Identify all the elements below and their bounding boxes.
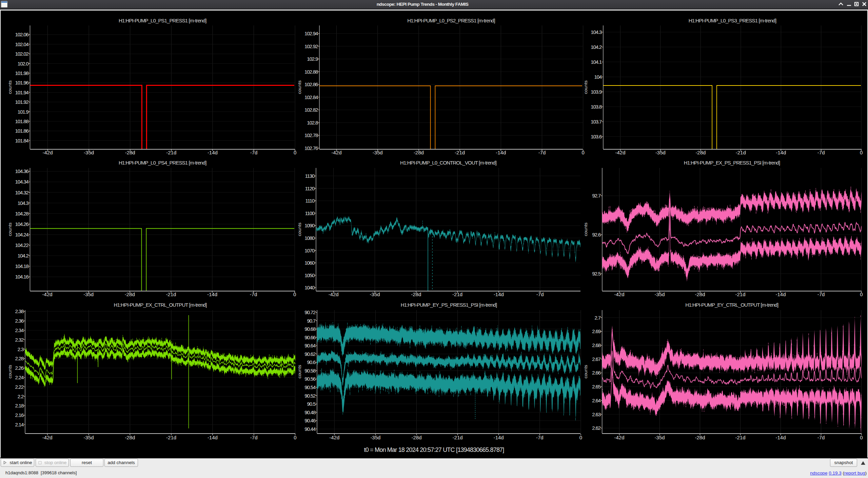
svg-text:1130: 1130 (305, 173, 315, 179)
svg-text:2.32: 2.32 (15, 337, 24, 343)
svg-text:-42d: -42d (614, 435, 624, 440)
svg-text:104.1: 104.1 (591, 59, 602, 65)
svg-text:2.38: 2.38 (15, 308, 24, 314)
svg-text:1050: 1050 (304, 272, 315, 278)
svg-text:90.62: 90.62 (304, 351, 316, 357)
svg-text:counts: counts (583, 223, 588, 236)
svg-text:2.26: 2.26 (15, 365, 24, 371)
svg-text:-7d: -7d (817, 435, 825, 440)
svg-text:103.7: 103.7 (591, 119, 602, 125)
svg-text:103.9: 103.9 (591, 89, 602, 95)
svg-text:102.02: 102.02 (15, 51, 29, 57)
svg-text:2.2: 2.2 (18, 394, 24, 399)
svg-text:0: 0 (579, 435, 582, 440)
svg-text:101.9: 101.9 (18, 109, 29, 115)
svg-text:-7d: -7d (250, 435, 258, 440)
svg-text:1120: 1120 (305, 186, 315, 191)
svg-text:2.16: 2.16 (15, 412, 24, 418)
svg-text:counts: counts (297, 223, 302, 236)
svg-text:2.34: 2.34 (15, 327, 24, 333)
svg-text:2.7: 2.7 (594, 315, 600, 321)
svg-text:92.6: 92.6 (592, 232, 601, 237)
svg-text:101.98: 101.98 (15, 70, 29, 76)
svg-text:counts: counts (7, 223, 13, 236)
svg-text:-28d: -28d (411, 435, 421, 440)
svg-text:104.32: 104.32 (15, 190, 29, 195)
svg-text:counts: counts (7, 365, 13, 378)
svg-text:-42d: -42d (42, 435, 53, 440)
svg-text:102.88: 102.88 (304, 69, 318, 75)
svg-text:103.8: 103.8 (591, 104, 602, 110)
svg-text:90.66: 90.66 (304, 334, 316, 340)
svg-text:104.28: 104.28 (15, 211, 29, 216)
svg-text:H1:HPI-PUMP_L0_PS3_PRESS1 [m-t: H1:HPI-PUMP_L0_PS3_PRESS1 [m-trend] (689, 18, 776, 23)
svg-text:102.94: 102.94 (304, 31, 318, 36)
svg-text:2.68: 2.68 (592, 342, 601, 348)
svg-text:90.68: 90.68 (304, 326, 316, 332)
svg-text:104.16: 104.16 (15, 274, 29, 280)
svg-text:102.76: 102.76 (304, 145, 318, 151)
svg-text:-42d: -42d (329, 435, 339, 440)
svg-text:102.0: 102.0 (18, 61, 29, 66)
svg-text:102.92: 102.92 (304, 43, 318, 49)
svg-text:101.92: 101.92 (15, 99, 29, 105)
svg-text:90.52: 90.52 (304, 393, 316, 399)
svg-text:104.2: 104.2 (18, 253, 29, 259)
svg-text:2.62: 2.62 (592, 425, 601, 431)
svg-text:-35d: -35d (370, 435, 380, 440)
svg-text:H1:HPI-PUMP_EY_PS_PRESS1_PSI [: H1:HPI-PUMP_EY_PS_PRESS1_PSI [m-trend] (401, 302, 497, 308)
svg-text:2.69: 2.69 (592, 328, 601, 334)
svg-text:1040: 1040 (304, 285, 315, 290)
svg-text:1100: 1100 (305, 210, 315, 216)
svg-text:90.64: 90.64 (304, 343, 316, 348)
svg-text:counts: counts (583, 80, 588, 94)
svg-text:2.66: 2.66 (592, 370, 601, 376)
svg-text:1110: 1110 (305, 198, 315, 204)
svg-text:H1:HPI-PUMP_L0_PS4_PRESS1 [m-t: H1:HPI-PUMP_L0_PS4_PRESS1 [m-trend] (119, 160, 206, 166)
svg-text:2.24: 2.24 (15, 375, 24, 380)
svg-text:-14d: -14d (775, 435, 786, 440)
svg-text:-35d: -35d (83, 435, 94, 440)
svg-text:-14d: -14d (494, 435, 504, 440)
svg-text:2.67: 2.67 (592, 356, 601, 362)
svg-text:H1:HPI-PUMP_L0_PS2_PRESS1 [m-t: H1:HPI-PUMP_L0_PS2_PRESS1 [m-trend] (407, 18, 495, 23)
svg-text:101.96: 101.96 (15, 80, 29, 85)
svg-text:-14d: -14d (208, 435, 218, 440)
svg-text:102.06: 102.06 (15, 32, 29, 37)
svg-text:104.22: 104.22 (15, 242, 29, 248)
svg-text:counts: counts (583, 365, 588, 378)
svg-text:102.78: 102.78 (304, 132, 318, 138)
svg-text:104.24: 104.24 (15, 232, 29, 237)
svg-text:-21d: -21d (166, 435, 176, 440)
svg-text:-21d: -21d (453, 435, 463, 440)
svg-text:90.6: 90.6 (307, 359, 316, 365)
svg-text:102.86: 102.86 (304, 81, 318, 87)
svg-text:90.5: 90.5 (307, 401, 316, 407)
svg-text:104.34: 104.34 (15, 179, 29, 185)
svg-text:2.36: 2.36 (15, 318, 24, 324)
svg-text:104.36: 104.36 (15, 168, 29, 174)
svg-text:1090: 1090 (304, 223, 315, 228)
svg-text:92.7: 92.7 (592, 193, 601, 198)
svg-text:101.84: 101.84 (15, 138, 29, 144)
svg-text:H1:HPI-PUMP_EX_PS_PRESS1_PSI [: H1:HPI-PUMP_EX_PS_PRESS1_PSI [m-trend] (684, 160, 780, 166)
svg-text:1070: 1070 (304, 248, 315, 253)
svg-text:102.8: 102.8 (307, 120, 318, 126)
svg-text:90.72: 90.72 (304, 309, 316, 315)
svg-text:2.63: 2.63 (592, 412, 601, 417)
svg-text:1060: 1060 (304, 260, 315, 266)
svg-text:102.9: 102.9 (307, 56, 318, 62)
svg-text:102.84: 102.84 (304, 94, 318, 100)
svg-text:90.56: 90.56 (304, 376, 316, 382)
svg-text:90.46: 90.46 (304, 418, 316, 423)
svg-text:2.3: 2.3 (18, 346, 24, 352)
svg-text:90.44: 90.44 (304, 426, 316, 432)
svg-text:104.3: 104.3 (591, 29, 602, 35)
svg-text:104.18: 104.18 (15, 263, 29, 269)
svg-text:-21d: -21d (735, 435, 745, 440)
svg-text:-28d: -28d (125, 435, 135, 440)
svg-text:counts: counts (7, 80, 13, 94)
svg-text:104.26: 104.26 (15, 221, 29, 227)
svg-text:2.14: 2.14 (15, 422, 24, 427)
svg-text:-28d: -28d (695, 435, 705, 440)
